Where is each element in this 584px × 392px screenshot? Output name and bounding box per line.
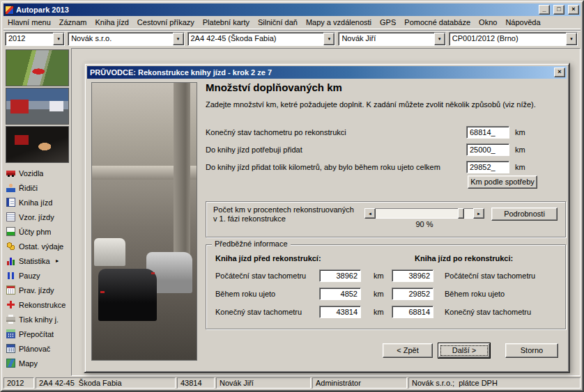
logbook-icon (6, 198, 15, 207)
submenu-arrow-icon: ► (55, 258, 60, 263)
menu-item-napoveda[interactable]: Nápověda (501, 17, 544, 28)
chevron-down-icon[interactable]: ▼ (173, 33, 184, 45)
slider-track[interactable] (376, 208, 473, 219)
sidebar-item-prav-jizdy[interactable]: Prav. jízdy (3, 283, 71, 297)
trip-order-combobox[interactable]: CP001/2012 (Brno) ▼ (449, 32, 578, 46)
close-icon[interactable]: × (568, 5, 579, 15)
sidebar-item-rekonstrukce[interactable]: Rekonstrukce (3, 297, 71, 312)
unit-label: km (515, 143, 525, 156)
after-value-field (392, 288, 433, 300)
parking-garage-photo (91, 82, 197, 361)
planner-icon (6, 344, 15, 353)
row-label-after: Počáteční stav tachometru (445, 269, 535, 282)
before-value-field (319, 288, 361, 300)
chevron-down-icon[interactable]: ▼ (323, 33, 335, 45)
menu-item-pomocne-databaze[interactable]: Pomocné databáze (400, 17, 475, 28)
reconstruction-icon (6, 300, 15, 309)
row-label-before: Konečný stav tachometru (215, 306, 302, 318)
after-value-field (392, 269, 433, 282)
sidebar-item-pauzy[interactable]: Pauzy (3, 268, 71, 283)
unit-label: km (515, 126, 525, 139)
menu-item-okno[interactable]: Okno (475, 17, 501, 28)
sidebar-item-statistika[interactable]: Statistika ► (3, 253, 71, 268)
wizard-body: Množství doplňovaných km Zadejte množstv… (87, 79, 567, 370)
sidebar-item-planovac[interactable]: Plánovač (3, 341, 71, 356)
app-icon (5, 6, 14, 15)
unit-label: km (374, 269, 384, 282)
unit-label: km (374, 306, 384, 318)
cancel-button[interactable]: Storno (505, 343, 558, 358)
wizard-title-bar: PRŮVODCE: Rekonstrukce knihy jízd - krok… (87, 66, 567, 79)
menu-item-silnicni-dan[interactable]: Silniční daň (254, 17, 302, 28)
sidebar-item-ridici[interactable]: Řidiči (3, 180, 71, 195)
template-trips-icon (6, 212, 15, 221)
window-title: Autopark 2013 (16, 6, 535, 14)
row-label-after: Během roku ujeto (445, 288, 505, 300)
chevron-down-icon[interactable]: ▼ (566, 33, 577, 45)
sidebar-item-vzor-jizdy[interactable]: Vzor. jízdy (3, 210, 71, 224)
print-icon (6, 315, 15, 324)
sidebar-item-ostat-vydaje[interactable]: Ostat. výdaje (3, 239, 71, 253)
menu-bar: Hlavní menu Záznam Kniha jízd Cestovní p… (3, 16, 581, 29)
car-taillight (151, 272, 155, 274)
wizard-close-icon[interactable]: × (554, 68, 565, 77)
menu-item-kniha-jizd[interactable]: Kniha jízd (91, 17, 133, 28)
sidebar-item-prepocitat[interactable]: Přepočítat (3, 327, 71, 341)
row-label-before: Během roku ujeto (215, 288, 275, 300)
percent-slider[interactable]: ◄ ► (364, 208, 484, 219)
menu-item-gps[interactable]: GPS (376, 17, 400, 28)
driver-icon (6, 183, 15, 192)
final-odometer-input[interactable] (466, 126, 509, 139)
app-window: Autopark 2013 _ □ × Hlavní menu Záznam K… (0, 0, 584, 392)
sidebar-item-tisk-knihy[interactable]: Tisk knihy j. (3, 312, 71, 327)
field-row: Do knihy jízd potřebuji přidat km (206, 143, 568, 156)
menu-item-hlavni-menu[interactable]: Hlavní menu (3, 17, 55, 28)
status-odometer: 43814 (177, 377, 215, 389)
maximize-icon[interactable]: □ (553, 5, 564, 15)
statistics-icon (6, 256, 15, 265)
minimize-icon[interactable]: _ (539, 5, 550, 15)
field-row: Do knihy jízd přidat tolik kilometrů, ab… (206, 161, 568, 173)
slider-thumb[interactable] (458, 208, 464, 219)
year-combobox[interactable]: 2012 ▼ (5, 32, 65, 46)
status-user-role: Administrátor (312, 377, 407, 389)
car-taillight (100, 291, 105, 293)
wizard-title: PRŮVODCE: Rekonstrukce knihy jízd - krok… (90, 68, 553, 77)
menu-item-cestovni-prikazy[interactable]: Cestovní příkazy (133, 17, 199, 28)
vehicle-combobox[interactable]: 2A4 42-45 (Škoda Fabia) ▼ (187, 32, 336, 46)
groupbox-legend: Předběžné informace (212, 240, 291, 248)
wizard-dialog: PRŮVODCE: Rekonstrukce knihy jízd - krok… (84, 63, 570, 373)
next-button[interactable]: Další > (438, 343, 490, 358)
back-button[interactable]: < Zpět (383, 343, 433, 358)
sidebar: Vozidla Řidiči Kniha jízd Vzor. jízdy Úč… (3, 48, 71, 376)
expenses-icon (6, 242, 15, 251)
total-yearly-km-input[interactable] (466, 161, 509, 173)
driver-combobox[interactable]: Novák Jiří ▼ (338, 32, 445, 46)
slider-right-arrow-icon[interactable]: ► (473, 208, 484, 219)
photo-trucks (6, 88, 69, 125)
chevron-down-icon[interactable]: ▼ (53, 33, 64, 45)
unit-label: km (515, 161, 525, 173)
menu-item-zaznam[interactable]: Záznam (55, 17, 91, 28)
garage-car-black (98, 269, 157, 322)
km-by-consumption-button[interactable]: Km podle spotřeby (468, 175, 537, 189)
status-company: Novák s.r.o.; plátce DPH (408, 377, 581, 389)
field-row: Konečný stav tachometru po rekonstrukci … (206, 126, 568, 139)
menu-item-platebni-karty[interactable]: Platební karty (199, 17, 254, 28)
menu-item-mapy-a-vzdalenosti[interactable]: Mapy a vzdálenosti (302, 17, 376, 28)
details-button[interactable]: Podrobnosti (491, 207, 558, 221)
sidebar-item-vozidla[interactable]: Vozidla (3, 166, 71, 180)
before-value-field (319, 306, 361, 318)
preliminary-groupbox: Předběžné informace Kniha jízd před reko… (206, 244, 566, 329)
field-label: Konečný stav tachometru po rekonstrukci (206, 126, 346, 139)
field-label: Do knihy jízd potřebuji přidat (206, 143, 302, 156)
km-to-add-input[interactable] (466, 143, 509, 156)
chevron-down-icon[interactable]: ▼ (434, 33, 445, 45)
sidebar-item-kniha-jizd[interactable]: Kniha jízd (3, 195, 71, 210)
sidebar-item-ucty-phm[interactable]: Účty phm (3, 224, 71, 239)
slider-left-arrow-icon[interactable]: ◄ (364, 208, 376, 219)
sidebar-item-mapy[interactable]: Mapy (3, 356, 71, 370)
row-label-after: Konečný stav tachometru (445, 306, 531, 318)
before-value-field (319, 269, 361, 282)
company-combobox[interactable]: Novák s.r.o. ▼ (68, 32, 184, 46)
